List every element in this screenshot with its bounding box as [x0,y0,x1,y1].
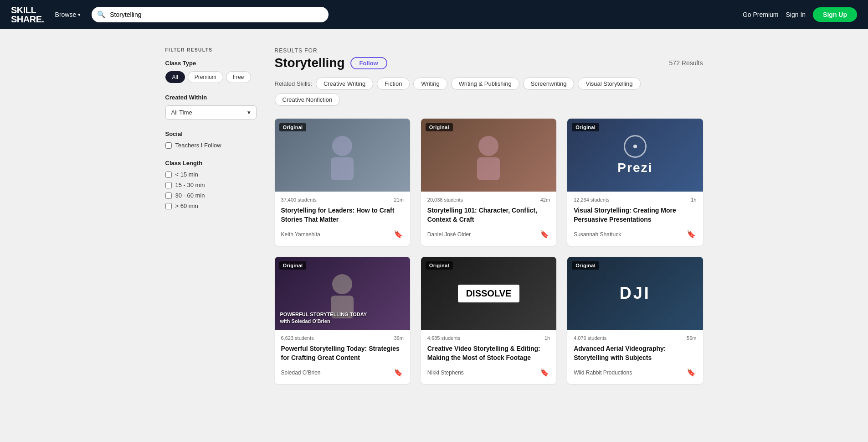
dissolve-logo: DISSOLVE [458,285,520,302]
course-thumbnail: DJI Original [567,257,703,330]
logo-text: SKILL SHARE. [11,5,44,24]
course-thumbnail: Original [421,119,556,192]
card-author: Wild Rabbit Productions [574,369,632,376]
class-type-premium[interactable]: Premium [188,71,223,83]
card-students: 20,038 students [427,197,463,203]
original-badge: Original [279,123,307,131]
card-author: Soledad O'Brien [281,369,321,376]
sign-in-button[interactable]: Sign In [786,11,806,18]
skill-fiction[interactable]: Fiction [377,78,410,90]
bookmark-button[interactable]: 🔖 [393,367,404,378]
navbar: SKILL SHARE. Browse 🔍 Go Premium Sign In… [0,0,868,29]
length-gt60-label: > 60 min [175,203,198,209]
card-meta: 37,400 students 21m [281,197,404,203]
length-lt15-input[interactable] [165,172,172,178]
course-thumbnail: POWERFUL STORYTELLING TODAYwith Soledad … [275,257,410,330]
page-layout: FILTER RESULTS Class Type All Premium Fr… [138,29,730,402]
length-gt60-input[interactable] [165,203,172,209]
class-type-section: Class Type All Premium Free [165,60,257,83]
card-students: 37,400 students [281,197,317,203]
length-30-60-input[interactable] [165,192,172,199]
follow-button[interactable]: Follow [350,57,387,69]
svg-rect-1 [331,157,354,180]
teachers-follow-input[interactable] [165,142,172,149]
card-meta: 6,623 students 36m [281,335,404,341]
class-type-free[interactable]: Free [226,71,251,83]
class-length-section: Class Length < 15 min 15 - 30 min 30 - 6… [165,160,257,209]
course-card: Original 20,038 students 42m Storytellin… [421,119,556,246]
bookmark-button[interactable]: 🔖 [393,229,404,239]
bookmark-button[interactable]: 🔖 [539,229,550,239]
length-gt60[interactable]: > 60 min [165,203,257,209]
length-lt15[interactable]: < 15 min [165,171,257,178]
card-author: Nikki Stephens [427,369,464,376]
length-15-30-label: 15 - 30 min [175,182,205,188]
skill-visual-storytelling[interactable]: Visual Storytelling [578,78,640,90]
card-footer: Soledad O'Brien 🔖 [281,367,404,378]
length-15-30[interactable]: 15 - 30 min [165,182,257,188]
card-body: 4,635 students 1h Creative Video Storyte… [421,330,556,384]
card-title: Storytelling for Leaders: How to Craft S… [281,206,404,224]
length-lt15-label: < 15 min [175,171,198,178]
related-skills: Related Skills: Creative Writing Fiction… [275,78,703,106]
card-meta: 12,264 students 1h [574,197,696,203]
card-title: Storytelling 101: Character, Conflict, C… [427,206,550,224]
length-30-60[interactable]: 30 - 60 min [165,192,257,199]
card-duration: 1h [691,197,696,203]
length-options: < 15 min 15 - 30 min 30 - 60 min > 60 mi… [165,171,257,209]
course-thumbnail: Original [275,119,410,192]
created-within-select[interactable]: All Time ▾ [165,105,257,120]
course-grid: Original 37,400 students 21m Storytellin… [275,119,703,384]
go-premium-button[interactable]: Go Premium [743,11,779,18]
skill-creative-writing[interactable]: Creative Writing [316,78,373,90]
card-meta: 20,038 students 42m [427,197,550,203]
prezi-logo: Prezi [617,161,652,175]
length-15-30-input[interactable] [165,182,172,188]
card-footer: Wild Rabbit Productions 🔖 [574,367,696,378]
card-author: Daniel José Older [427,231,471,238]
course-card: DJI Original 4,076 students 56m Advanced… [567,257,703,384]
search-input[interactable] [92,7,329,22]
class-type-all[interactable]: All [165,71,185,83]
card-duration: 42m [540,197,550,203]
svg-rect-3 [477,157,500,180]
card-author: Keith Yamashita [281,231,320,238]
original-badge: Original [426,123,453,131]
card-students: 4,635 students [427,335,460,341]
results-for-label: RESULTS FOR [275,47,703,54]
original-badge: Original [279,261,307,270]
skill-writing-publishing[interactable]: Writing & Publishing [451,78,519,90]
card-body: 20,038 students 42m Storytelling 101: Ch… [421,192,556,246]
course-thumbnail: DISSOLVE Original [421,257,556,330]
card-title: Creative Video Storytelling & Editing: M… [427,344,550,363]
original-badge: Original [426,261,453,270]
browse-button[interactable]: Browse [55,11,81,18]
search-keyword: Storytelling [275,56,345,70]
created-within-value: All Time [171,109,192,116]
bookmark-button[interactable]: 🔖 [686,229,697,239]
card-body: 6,623 students 36m Powerful Storytelling… [275,330,410,384]
length-30-60-label: 30 - 60 min [175,192,205,199]
bookmark-button[interactable]: 🔖 [686,367,697,378]
card-students: 6,623 students [281,335,314,341]
teachers-follow-label: Teachers I Follow [175,142,221,149]
created-within-label: Created Within [165,94,257,101]
class-type-buttons: All Premium Free [165,71,257,83]
class-type-label: Class Type [165,60,257,67]
course-thumbnail: Prezi Original [567,119,703,192]
card-duration: 36m [394,335,403,341]
sign-up-button[interactable]: Sign Up [813,7,857,22]
skill-creative-nonfiction[interactable]: Creative Nonfiction [275,94,340,106]
results-heading-left: Storytelling Follow [275,56,387,70]
skill-screenwriting[interactable]: Screenwriting [523,78,575,90]
main-content: RESULTS FOR Storytelling Follow 572 Resu… [275,47,703,384]
card-body: 4,076 students 56m Advanced Aerial Video… [567,330,703,384]
results-heading: Storytelling Follow 572 Results [275,56,703,70]
teachers-follow-checkbox[interactable]: Teachers I Follow [165,142,257,149]
skill-writing[interactable]: Writing [413,78,447,90]
storytelling-text: POWERFUL STORYTELLING TODAYwith Soledad … [280,311,367,324]
bookmark-button[interactable]: 🔖 [539,367,550,378]
card-meta: 4,076 students 56m [574,335,696,341]
card-body: 12,264 students 1h Visual Storytelling: … [567,192,703,246]
card-title: Visual Storytelling: Creating More Persu… [574,206,696,224]
